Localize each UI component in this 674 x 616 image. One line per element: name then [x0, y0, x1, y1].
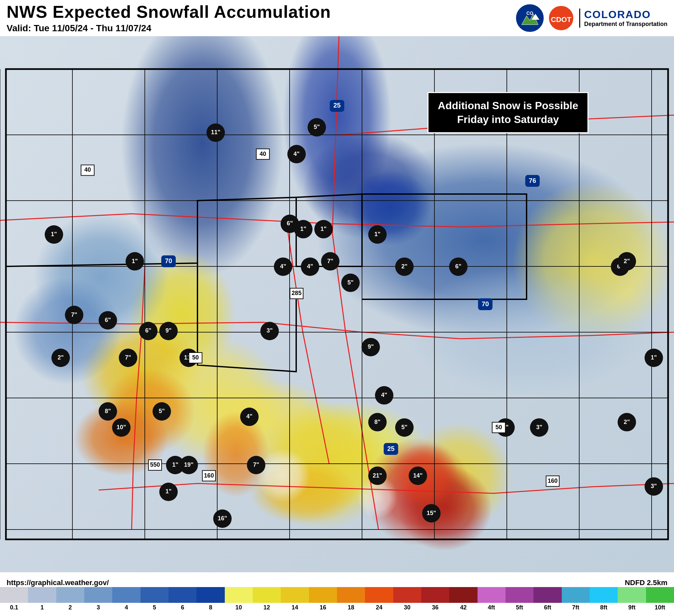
- legend-label-4ft: 4ft: [477, 604, 505, 611]
- logo-dept-text: Department of Transportation: [584, 21, 667, 28]
- bottom-bar: https://graphical.weather.gov/ NDFD 2.5k…: [0, 572, 674, 616]
- legend-swatch-1: [28, 587, 56, 603]
- legend-swatch-5: [140, 587, 168, 603]
- title-block: NWS Expected Snowfall Accumulation Valid…: [7, 3, 515, 33]
- svg-text:CDOT: CDOT: [551, 15, 572, 24]
- legend-label-5ft: 5ft: [505, 604, 534, 611]
- legend-swatch-6ft: [534, 587, 561, 603]
- legend-swatch-6: [168, 587, 197, 603]
- legend-swatch-3: [84, 587, 112, 603]
- legend-label-2: 2: [56, 604, 84, 611]
- legend-label-14: 14: [281, 604, 309, 611]
- legend-swatch-18: [337, 587, 365, 603]
- legend-swatch-12: [253, 587, 281, 603]
- legend-label-12: 12: [253, 604, 281, 611]
- legend: 0.112345681012141618243036424ft5ft6ft7ft…: [0, 587, 674, 616]
- legend-swatch-10: [225, 587, 253, 603]
- svg-text:CO: CO: [526, 11, 533, 16]
- legend-label-9ft: 9ft: [618, 604, 646, 611]
- legend-swatch-8ft: [590, 587, 618, 603]
- legend-label-16: 16: [309, 604, 337, 611]
- annotation-line2: Friday into Saturday: [457, 114, 559, 125]
- cdot-logo-icon: CDOT: [548, 5, 574, 31]
- svg-point-0: [516, 4, 544, 32]
- legend-swatch-30: [393, 587, 421, 603]
- legend-label-5: 5: [140, 604, 168, 611]
- legend-label-10: 10: [225, 604, 253, 611]
- legend-label-0.1: 0.1: [0, 604, 28, 611]
- legend-colors: [0, 587, 674, 603]
- legend-label-36: 36: [421, 604, 449, 611]
- legend-swatch-2: [56, 587, 84, 603]
- legend-swatch-9ft: [618, 587, 646, 603]
- legend-label-18: 18: [337, 604, 365, 611]
- annotation-line1: Additional Snow is Possible: [438, 100, 578, 112]
- logo-colorado-text: COLORADO: [584, 9, 651, 21]
- legend-swatch-16: [309, 587, 337, 603]
- main-title: NWS Expected Snowfall Accumulation: [7, 3, 515, 21]
- legend-swatch-42: [449, 587, 477, 603]
- legend-swatch-36: [421, 587, 449, 603]
- legend-label-1: 1: [28, 604, 56, 611]
- legend-label-42: 42: [449, 604, 477, 611]
- legend-label-30: 30: [393, 604, 421, 611]
- legend-swatch-7ft: [562, 587, 590, 603]
- map-container: Additional Snow is Possible Friday into …: [0, 36, 674, 572]
- legend-label-8: 8: [197, 604, 224, 611]
- legend-label-7ft: 7ft: [562, 604, 590, 611]
- subtitle: Valid: Tue 11/05/24 - Thu 11/07/24: [7, 23, 515, 33]
- legend-swatch-10ft: [646, 587, 674, 603]
- legend-label-6: 6: [168, 604, 197, 611]
- legend-swatch-14: [281, 587, 309, 603]
- legend-swatch-4ft: [477, 587, 505, 603]
- legend-swatch-24: [365, 587, 393, 603]
- logo-text-block: COLORADO Department of Transportation: [579, 9, 667, 28]
- colorado-logo-icon: CO: [515, 3, 545, 33]
- logo-block: CO CDOT COLORADO Department of Transport…: [515, 3, 667, 33]
- legend-labels: 0.112345681012141618243036424ft5ft6ft7ft…: [0, 603, 674, 612]
- legend-label-3: 3: [84, 604, 112, 611]
- annotation-box: Additional Snow is Possible Friday into …: [428, 92, 588, 133]
- legend-label-4: 4: [112, 604, 140, 611]
- ndfd-label: NDFD 2.5km: [625, 579, 667, 587]
- url-label: https://graphical.weather.gov/: [7, 579, 109, 587]
- legend-label-10ft: 10ft: [646, 604, 674, 611]
- page-container: NWS Expected Snowfall Accumulation Valid…: [0, 0, 674, 616]
- header: NWS Expected Snowfall Accumulation Valid…: [0, 0, 674, 36]
- legend-label-6ft: 6ft: [534, 604, 561, 611]
- legend-swatch-4: [112, 587, 140, 603]
- legend-label-24: 24: [365, 604, 393, 611]
- legend-swatch-5ft: [505, 587, 534, 603]
- legend-swatch-8: [197, 587, 224, 603]
- legend-swatch-0.1: [0, 587, 28, 603]
- legend-label-8ft: 8ft: [590, 604, 618, 611]
